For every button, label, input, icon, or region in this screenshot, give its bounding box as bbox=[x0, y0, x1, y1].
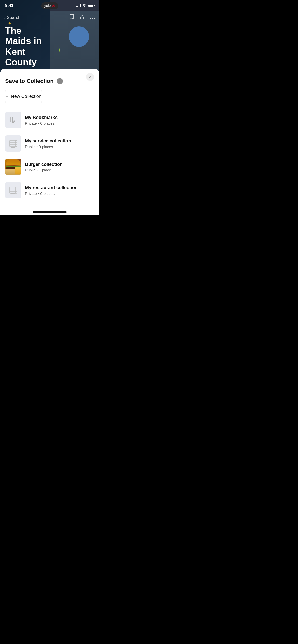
new-collection-button[interactable]: + New Collection bbox=[5, 90, 42, 103]
collection-name-bookmarks: My Bookmarks bbox=[25, 115, 94, 121]
collection-list: My Bookmarks Private • 0 places My servi… bbox=[0, 108, 99, 202]
status-time: 9:41 bbox=[5, 3, 13, 8]
svg-rect-10 bbox=[11, 147, 15, 148]
fries bbox=[15, 167, 21, 174]
signal-bar-2 bbox=[77, 6, 78, 7]
collection-item-restaurant[interactable]: My restaurant collection Private • 0 pla… bbox=[5, 179, 94, 202]
share-icon[interactable] bbox=[79, 14, 85, 21]
restaurant-collection-icon bbox=[8, 185, 19, 196]
save-to-collection-sheet: × Save to Collection + New Collection My… bbox=[0, 69, 99, 215]
svg-point-1 bbox=[92, 18, 93, 19]
sheet-handle-area: × bbox=[0, 69, 99, 76]
collection-item-bookmarks[interactable]: My Bookmarks Private • 0 places bbox=[5, 108, 94, 132]
back-label: Search bbox=[7, 15, 21, 20]
collection-info-service: My service collection Public • 0 places bbox=[25, 138, 94, 149]
collection-meta-burger: Public • 1 place bbox=[25, 168, 94, 172]
collection-info-restaurant: My restaurant collection Private • 0 pla… bbox=[25, 185, 94, 196]
collection-info-burger: Burger collection Public • 1 place bbox=[25, 162, 94, 172]
signal-bars bbox=[76, 4, 81, 7]
battery-icon bbox=[88, 4, 94, 7]
wifi-icon bbox=[82, 4, 86, 8]
more-icon[interactable] bbox=[90, 15, 95, 20]
collection-info-bookmarks: My Bookmarks Private • 0 places bbox=[25, 115, 94, 125]
collection-name-service: My service collection bbox=[25, 138, 94, 144]
status-icons bbox=[76, 4, 94, 8]
new-collection-label: New Collection bbox=[11, 94, 42, 99]
bookmark-icon[interactable] bbox=[69, 14, 74, 21]
collection-meta-bookmarks: Private • 0 places bbox=[25, 121, 94, 125]
signal-bar-1 bbox=[76, 6, 77, 7]
yelp-badge: yelp ✳ bbox=[41, 2, 58, 9]
deco-star-2: ✦ bbox=[57, 47, 62, 53]
svg-point-0 bbox=[90, 18, 91, 19]
person-shape bbox=[69, 26, 89, 47]
loading-indicator bbox=[57, 78, 63, 84]
bookmark-collection-icon bbox=[9, 115, 18, 125]
business-name: The Maids in Kent County bbox=[5, 25, 50, 68]
yelp-label: yelp bbox=[44, 4, 51, 8]
svg-rect-17 bbox=[11, 193, 15, 194]
collection-meta-service: Public • 0 places bbox=[25, 144, 94, 149]
collection-name-restaurant: My restaurant collection bbox=[25, 185, 94, 191]
close-button[interactable]: × bbox=[86, 73, 94, 81]
top-navigation: ‹ Search bbox=[0, 11, 99, 24]
sheet-title: Save to Collection bbox=[5, 78, 54, 84]
signal-bar-4 bbox=[80, 4, 81, 7]
service-collection-icon bbox=[8, 138, 19, 149]
status-bar: 9:41 yelp ✳ bbox=[0, 0, 99, 11]
back-chevron-icon: ‹ bbox=[4, 15, 6, 21]
close-x-icon: × bbox=[89, 75, 91, 79]
burger-image bbox=[5, 159, 21, 175]
signal-bar-3 bbox=[79, 5, 79, 7]
sheet-header: Save to Collection bbox=[0, 76, 99, 89]
business-title-area: The Maids in Kent County ☆ ☆ ☆ ☆ ☆ 0 rev… bbox=[5, 25, 50, 75]
collection-thumb-service bbox=[5, 135, 21, 152]
collection-thumb-bookmarks bbox=[5, 112, 21, 128]
battery-fill bbox=[88, 5, 93, 7]
plus-icon: + bbox=[5, 94, 8, 99]
home-indicator bbox=[33, 211, 67, 213]
yelp-star-icon: ✳ bbox=[52, 3, 55, 8]
collection-name-burger: Burger collection bbox=[25, 162, 94, 167]
collection-thumb-burger bbox=[5, 159, 21, 175]
collection-thumb-restaurant bbox=[5, 182, 21, 198]
svg-point-2 bbox=[94, 18, 95, 19]
collection-item-burger[interactable]: Burger collection Public • 1 place bbox=[5, 155, 94, 179]
back-button[interactable]: ‹ Search bbox=[4, 15, 21, 21]
bun-top bbox=[6, 159, 20, 165]
collection-item-service[interactable]: My service collection Public • 0 places bbox=[5, 132, 94, 155]
nav-icons bbox=[69, 14, 95, 21]
collection-meta-restaurant: Private • 0 places bbox=[25, 191, 94, 196]
